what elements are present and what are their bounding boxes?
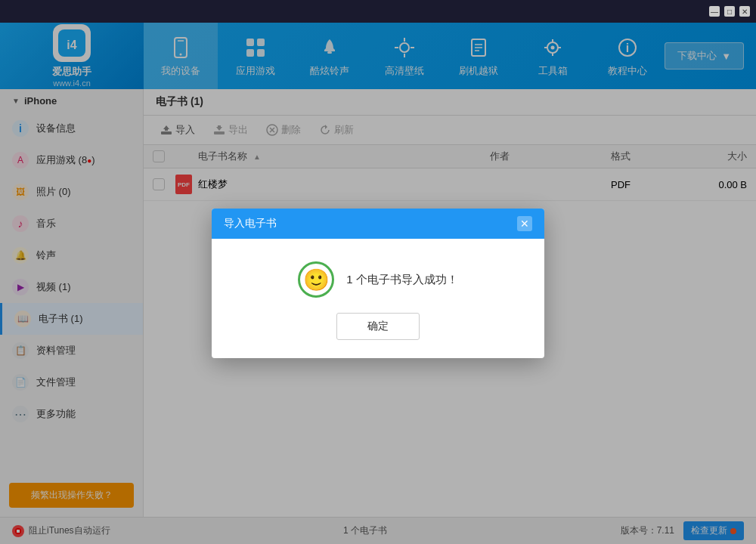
modal-close-button[interactable]: ✕ xyxy=(517,216,532,231)
modal-body: 🙂 1 个电子书导入成功！ 确定 xyxy=(212,239,544,358)
smiley-icon: 🙂 xyxy=(298,261,334,298)
modal-dialog: 导入电子书 ✕ 🙂 1 个电子书导入成功！ 确定 xyxy=(212,209,544,358)
maximize-button[interactable]: □ xyxy=(724,6,735,17)
modal-ok-button[interactable]: 确定 xyxy=(336,313,420,340)
modal-message-text: 1 个电子书导入成功！ xyxy=(346,273,458,287)
modal-title: 导入电子书 xyxy=(224,217,277,230)
close-button[interactable]: ✕ xyxy=(739,6,750,17)
titlebar: — □ ✕ xyxy=(0,0,756,23)
modal-overlay: 导入电子书 ✕ 🙂 1 个电子书导入成功！ 确定 xyxy=(0,23,756,544)
minimize-button[interactable]: — xyxy=(709,6,720,17)
modal-message: 🙂 1 个电子书导入成功！ xyxy=(298,261,458,298)
modal-header: 导入电子书 ✕ xyxy=(212,209,544,239)
